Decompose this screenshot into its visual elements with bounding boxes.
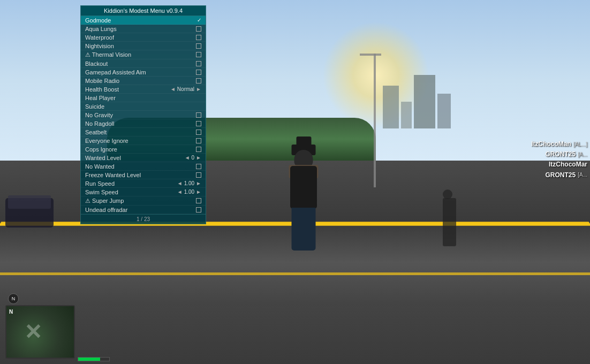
player-name: ItzChocoMan [531, 139, 571, 149]
menu-pagination: 1 / 23 [137, 216, 150, 222]
menu-item-godmode[interactable]: Godmode✓ [81, 16, 206, 25]
menu-item-blackout[interactable]: Blackout [81, 59, 206, 68]
menu-item-run-speed[interactable]: Run Speed◄1.00► [81, 179, 206, 188]
minimap-north: N [9, 309, 13, 315]
player-tag: [A... [578, 171, 587, 179]
player-name: GRONT25 [546, 170, 576, 180]
menu-item-no-wanted[interactable]: No Wanted [81, 162, 206, 171]
menu-item-mobile-radio[interactable]: Mobile Radio [81, 77, 206, 85]
player-entry: GRONT25[A... [531, 149, 587, 160]
minimap-x-mark: ✕ [24, 320, 42, 344]
vehicle-window [8, 195, 51, 209]
value-text: Normal [177, 86, 194, 92]
menu-item-value-godmode: ✓ [197, 17, 201, 23]
menu-title-text: Kiddion's Modest Menu v0.9.4 [104, 7, 183, 14]
menu-item-label-no-gravity: No Gravity [85, 112, 196, 118]
menu-item-label-waterproof: Waterproof [85, 34, 196, 41]
player-entry: GRONT25[A... [531, 170, 587, 180]
menu-item-value-no-ragdoll [196, 121, 201, 126]
menu-item-value-thermal-vision [196, 52, 201, 57]
menu-item-label-gamepad-aim: Gamepad Assisted Aim [85, 69, 196, 75]
menu-item-label-wanted-level: Wanted Level [85, 155, 185, 161]
menu-item-everyone-ignore[interactable]: Everyone Ignore [81, 136, 206, 145]
health-bar [78, 357, 110, 361]
health-fill [78, 358, 100, 361]
player-name: ItzChocoMar [549, 160, 587, 170]
menu-item-value-nightvision [196, 43, 201, 49]
menu-item-value-gamepad-aim [196, 70, 201, 75]
npc-head [443, 189, 452, 199]
menu-item-cops-ignore[interactable]: Cops Ignore [81, 145, 206, 154]
street-pole [374, 54, 376, 187]
menu-item-value-cops-ignore [196, 147, 201, 152]
menu-item-value-mobile-radio [196, 78, 201, 84]
menu-item-no-gravity[interactable]: No Gravity [81, 111, 206, 119]
menu-item-label-no-ragdoll: No Ragdoll [85, 120, 196, 127]
menu-item-value-everyone-ignore [196, 138, 201, 143]
menu-item-value-aqua-lungs [196, 26, 201, 32]
value-text: 1.00 [184, 189, 194, 195]
menu-item-value-no-wanted [196, 164, 201, 169]
menu-item-aqua-lungs[interactable]: Aqua Lungs [81, 25, 206, 33]
menu-item-label-cops-ignore: Cops Ignore [85, 146, 196, 153]
menu-item-label-no-wanted: No Wanted [85, 163, 196, 170]
right-arrow: ► [196, 180, 201, 186]
player-entry: ItzChocoMar [531, 160, 587, 170]
menu-item-label-run-speed: Run Speed [85, 180, 177, 187]
right-arrow: ► [196, 155, 201, 161]
mod-menu: Kiddion's Modest Menu v0.9.4 Godmode✓Aqu… [80, 5, 206, 224]
player-entry: ItzChocoMan[AL...] [531, 139, 587, 149]
menu-item-label-mobile-radio: Mobile Radio [85, 78, 196, 84]
menu-item-freeze-wanted[interactable]: Freeze Wanted Level [81, 171, 206, 179]
menu-item-label-suicide: Suicide [85, 103, 201, 110]
minimap-content: N ✕ [6, 306, 74, 358]
menu-item-value-blackout [196, 61, 201, 66]
menu-item-waterproof[interactable]: Waterproof [81, 33, 206, 42]
menu-item-label-undead-offradar: Undead offradar [85, 207, 196, 213]
menu-item-nightvision[interactable]: Nightvision [81, 42, 206, 50]
menu-item-undead-offradar[interactable]: Undead offradar [81, 206, 206, 214]
minimap: N ✕ [5, 305, 75, 359]
menu-footer: 1 / 23 [81, 214, 206, 224]
menu-items-container: Godmode✓Aqua LungsWaterproofNightvision⚠… [81, 16, 206, 214]
menu-item-no-ragdoll[interactable]: No Ragdoll [81, 119, 206, 128]
menu-item-label-swim-speed: Swim Speed [85, 189, 177, 195]
player-character [282, 150, 325, 257]
menu-item-swim-speed[interactable]: Swim Speed◄1.00► [81, 188, 206, 196]
menu-item-gamepad-aim[interactable]: Gamepad Assisted Aim [81, 68, 206, 77]
building-2 [401, 102, 412, 128]
menu-item-value-super-jump [196, 198, 201, 203]
menu-item-label-heal-player: Heal Player [85, 95, 201, 101]
menu-item-wanted-level[interactable]: Wanted Level◄0► [81, 154, 206, 162]
menu-item-thermal-vision[interactable]: ⚠ Thermal Vision [81, 50, 206, 59]
left-arrow: ◄ [177, 180, 183, 186]
player-tag: [AL...] [573, 140, 587, 149]
building-4 [437, 94, 451, 128]
menu-item-seatbelt[interactable]: Seatbelt [81, 128, 206, 136]
left-arrow: ◄ [170, 86, 176, 92]
menu-item-label-super-jump: ⚠ Super Jump [85, 198, 196, 204]
npc-character [443, 198, 456, 246]
menu-item-suicide[interactable]: Suicide [81, 102, 206, 111]
value-text: 1.00 [184, 180, 194, 186]
character-legs [292, 208, 316, 251]
menu-item-label-seatbelt: Seatbelt [85, 129, 196, 135]
menu-item-value-waterproof [196, 35, 201, 40]
menu-item-health-boost[interactable]: Health Boost◄Normal► [81, 85, 206, 94]
menu-item-value-health-boost: ◄Normal► [170, 86, 201, 92]
menu-item-value-run-speed: ◄1.00► [177, 180, 201, 186]
menu-item-label-godmode: Godmode [85, 17, 197, 24]
menu-item-super-jump[interactable]: ⚠ Super Jump [81, 196, 206, 206]
menu-item-heal-player[interactable]: Heal Player [81, 94, 206, 102]
right-arrow: ► [196, 189, 201, 195]
menu-title: Kiddion's Modest Menu v0.9.4 [81, 6, 206, 16]
menu-item-value-swim-speed: ◄1.00► [177, 189, 201, 195]
player-list: ItzChocoMan[AL...]GRONT25[A...ItzChocoMa… [531, 139, 587, 180]
buildings [383, 75, 451, 128]
building-3 [414, 75, 435, 128]
menu-item-value-seatbelt [196, 130, 201, 135]
building-1 [383, 86, 399, 128]
menu-item-label-aqua-lungs: Aqua Lungs [85, 26, 196, 32]
value-text: 0 [192, 155, 195, 161]
menu-item-label-health-boost: Health Boost [85, 86, 170, 93]
